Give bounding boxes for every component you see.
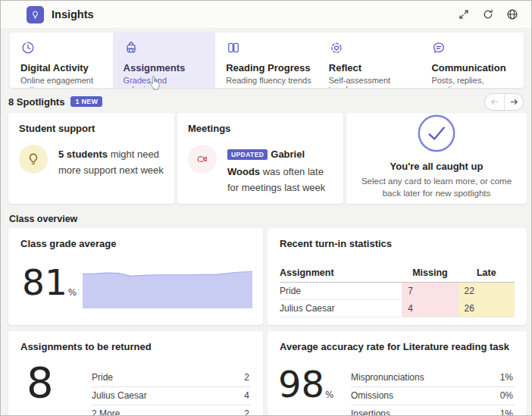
tab-label: Assignments: [124, 62, 210, 74]
spotlight-card-meetings[interactable]: Meetings UPDATEDGabriel Woods was often …: [177, 113, 343, 204]
list-item[interactable]: Omissions 0%: [351, 387, 515, 405]
card-title: Recent turn-in statistics: [280, 238, 515, 249]
error-type: Mispronunciations: [351, 372, 424, 383]
returns-list: Pride 2 Julius Caesar 4 2 More 2: [92, 369, 251, 416]
error-rate: 1%: [500, 408, 513, 416]
tab-sublabel: Online engagement patterns: [20, 76, 107, 88]
spotlight-cards: Student support 5 students might need mo…: [8, 113, 527, 204]
insights-window: Insights Digital Activity: [0, 0, 532, 416]
card-title: Average accuracy rate for Literature rea…: [280, 341, 515, 352]
backpack-icon: [124, 40, 139, 55]
returns-total: 8: [27, 361, 54, 404]
assignment-name: Julius Caesar: [280, 300, 402, 317]
turn-in-statistics-card[interactable]: Recent turn-in statistics Assignment Mis…: [268, 228, 527, 325]
tab-sublabel: Grades and submissions: [124, 76, 210, 88]
book-icon: [226, 40, 241, 55]
lightbulb-icon: [30, 10, 40, 20]
error-type: Insertions: [351, 408, 390, 416]
caught-up-subtitle: Select any card to learn more, or come b…: [357, 175, 516, 199]
clock-icon: [20, 40, 36, 55]
page-title: Insights: [52, 8, 94, 20]
return-count: 2: [244, 372, 249, 383]
spotlights-title: 8 Spotlights: [8, 96, 64, 108]
arrow-right-icon: [509, 97, 519, 107]
accuracy-rate-card[interactable]: Average accuracy rate for Literature rea…: [268, 331, 527, 416]
return-count: 4: [244, 390, 249, 401]
assignment-name: Pride: [280, 283, 402, 300]
lightbulb-icon: [19, 145, 48, 174]
prev-spotlights-button[interactable]: [485, 94, 504, 110]
insights-tabbar: Digital Activity Online engagement patte…: [10, 33, 524, 88]
arrow-left-icon: [490, 97, 499, 107]
card-title: Assignments to be returned: [20, 341, 251, 352]
card-title: Student support: [19, 123, 164, 134]
grade-average-value: 81%: [22, 264, 77, 300]
tab-assignments[interactable]: Assignments Grades and submissions: [113, 33, 216, 88]
globe-icon[interactable]: [505, 8, 519, 21]
return-count: 2: [244, 408, 249, 416]
insights-app-icon: [27, 6, 44, 23]
spotlights-pager: [484, 93, 524, 111]
class-grade-average-card[interactable]: Class grade average 81%: [8, 228, 263, 325]
tab-sublabel: Reading fluency trends: [226, 76, 312, 85]
grade-trend-chart: [83, 261, 252, 308]
new-badge: 1 NEW: [70, 96, 102, 107]
updated-badge: UPDATED: [227, 149, 268, 160]
table-header-row: Assignment Missing Late: [280, 267, 515, 283]
missing-count: 4: [402, 300, 458, 317]
list-item[interactable]: Julius Caesar 4: [92, 387, 251, 405]
table-row[interactable]: Julius Caesar 4 26: [280, 300, 515, 317]
expand-icon[interactable]: [457, 8, 471, 21]
chat-icon: [431, 40, 446, 55]
tab-label: Digital Activity: [20, 62, 107, 74]
list-item[interactable]: 2 More 2: [92, 405, 251, 416]
spotlight-text: 5 students might need more support next …: [58, 145, 164, 178]
missing-count: 7: [402, 283, 458, 300]
error-rate: 1%: [500, 372, 513, 383]
tab-label: Reflect: [329, 62, 415, 74]
tab-communication[interactable]: Communication Posts, replies, reactions: [421, 33, 524, 88]
list-item[interactable]: Mispronunciations 1%: [351, 369, 515, 387]
caught-up-title: You're all caught up: [357, 161, 516, 172]
error-type: Omissions: [351, 390, 393, 401]
refresh-icon[interactable]: [481, 8, 495, 21]
error-rate: 0%: [500, 390, 513, 401]
assignments-to-return-card[interactable]: Assignments to be returned 8 Pride 2 Jul…: [8, 331, 263, 416]
col-missing: Missing: [402, 267, 458, 283]
heart-sparkle-icon: [329, 40, 344, 55]
tab-digital-activity[interactable]: Digital Activity Online engagement patte…: [10, 33, 113, 88]
table-row[interactable]: Pride 7 22: [280, 283, 515, 300]
col-late: Late: [458, 267, 515, 283]
class-overview-label: Class overview: [9, 214, 77, 224]
tab-label: Reading Progress: [226, 62, 312, 74]
tab-reading-progress[interactable]: Reading Progress Reading fluency trends: [215, 33, 318, 88]
checkmark-circle-icon: [417, 114, 456, 153]
tab-label: Communication: [431, 62, 518, 74]
assignment-name: 2 More: [92, 408, 120, 416]
late-count: 26: [458, 300, 515, 317]
spotlight-card-caught-up[interactable]: You're all caught up Select any card to …: [346, 113, 527, 204]
accuracy-value: 98%: [278, 366, 333, 402]
next-spotlights-button[interactable]: [504, 94, 523, 110]
list-item[interactable]: Pride 2: [92, 369, 251, 387]
tab-sublabel: Self-assessment trends: [329, 76, 415, 88]
spotlight-text: UPDATEDGabriel Woods was often late for …: [227, 145, 333, 195]
list-item[interactable]: Insertions 1%: [351, 405, 515, 416]
assignment-name: Julius Caesar: [92, 390, 147, 401]
card-title: Meetings: [188, 123, 333, 134]
spotlight-card-student-support[interactable]: Student support 5 students might need mo…: [8, 113, 174, 204]
turn-in-table: Assignment Missing Late Pride 7 22 Juliu…: [280, 267, 515, 317]
accuracy-list: Mispronunciations 1% Omissions 0% Insert…: [351, 369, 515, 416]
tab-sublabel: Posts, replies, reactions: [431, 76, 518, 88]
assignment-name: Pride: [92, 372, 113, 383]
app-header: Insights: [1, 1, 531, 29]
video-camera-icon: [188, 145, 217, 174]
card-title: Class grade average: [20, 238, 251, 249]
tab-reflect[interactable]: Reflect Self-assessment trends: [318, 33, 421, 88]
col-assignment: Assignment: [280, 267, 402, 283]
header-actions: [457, 8, 519, 21]
spotlights-header: 8 Spotlights 1 NEW: [8, 92, 524, 111]
late-count: 22: [458, 283, 515, 300]
